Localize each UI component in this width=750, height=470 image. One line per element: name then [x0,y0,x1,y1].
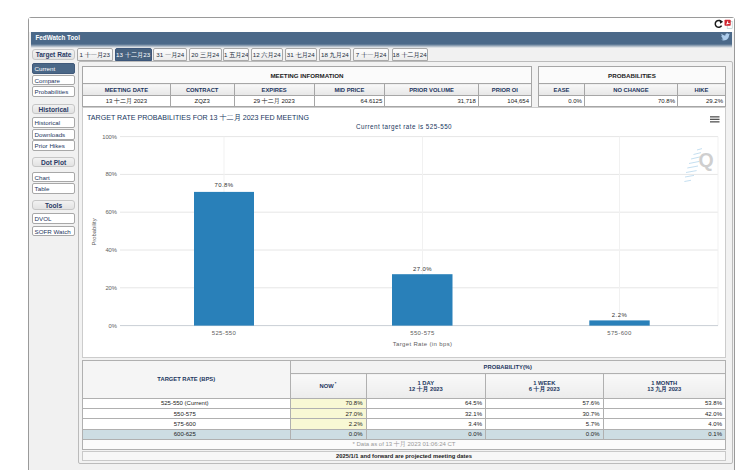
svg-text:Target Rate (in bps): Target Rate (in bps) [393,340,453,346]
svg-text:100%: 100% [102,133,117,139]
svg-text:550-575: 550-575 [410,330,435,336]
svg-text:80%: 80% [105,171,117,177]
svg-text:20%: 20% [105,284,117,290]
svg-text:2.2%: 2.2% [612,312,628,318]
svg-text:575-600: 575-600 [607,330,632,336]
svg-text:TARGET RATE PROBABILITIES FOR: TARGET RATE PROBABILITIES FOR 13 十二月 202… [87,112,309,121]
svg-text:70.8%: 70.8% [214,181,233,187]
svg-text:0%: 0% [109,322,117,328]
svg-text:27.0%: 27.0% [413,265,432,271]
svg-text:Probability: Probability [91,218,97,245]
svg-text:525-550: 525-550 [212,330,237,336]
svg-text:40%: 40% [105,247,117,253]
svg-text:Current target rate is 525-550: Current target rate is 525-550 [356,123,452,131]
svg-text:60%: 60% [105,209,117,215]
svg-text:Q: Q [698,149,713,171]
